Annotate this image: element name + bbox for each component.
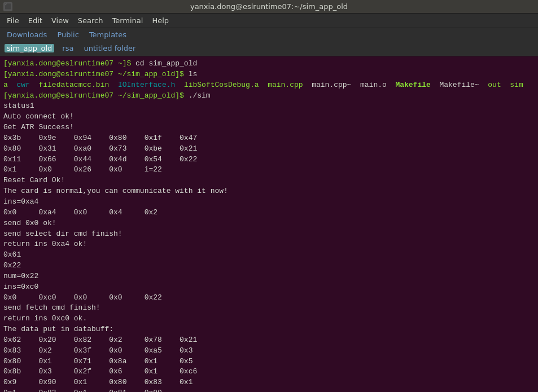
terminal-line: [yanxia.dong@eslruntime07 ~/sim_app_old]… bbox=[3, 91, 535, 102]
terminal-line: return ins 0xa4 ok! bbox=[3, 239, 535, 250]
terminal-line: send fetch cmd finish! bbox=[3, 303, 535, 314]
folder-public[interactable]: Public bbox=[55, 30, 81, 39]
terminal-line: 0x61 bbox=[3, 250, 535, 261]
title-bar: ⬛ yanxia.dong@eslruntime07:~/sim_app_old bbox=[0, 0, 538, 14]
menu-search[interactable]: Search bbox=[73, 15, 108, 26]
terminal-line: 0x8b 0x3 0x2f 0x6 0x1 0xc6 bbox=[3, 367, 535, 377]
terminal-line: Get ATR Success! bbox=[3, 122, 535, 133]
terminal-line: The data put in databuff: bbox=[3, 324, 535, 335]
terminal-line: 0x80 0x1 0x71 0x8a 0x1 0x5 bbox=[3, 356, 535, 367]
terminal-line: num=0x22 bbox=[3, 271, 535, 282]
terminal-line: 0x1 0x83 0x1 0x81 0x90 bbox=[3, 388, 535, 392]
terminal-output: [yanxia.dong@eslruntime07 ~]$ cd sim_app… bbox=[0, 56, 538, 392]
terminal-line: 0x80 0x31 0xa0 0x73 0xbe 0x21 bbox=[3, 144, 535, 155]
terminal-line: 0x83 0x2 0x3f 0x0 0xa5 0x3 bbox=[3, 346, 535, 356]
file-row-1: Downloads Public Templates bbox=[5, 30, 533, 39]
terminal-line: Reset Card Ok! bbox=[3, 175, 535, 186]
terminal-line: 0x11 0x66 0x44 0x4d 0x54 0x22 bbox=[3, 155, 535, 165]
ls-output: a cwr filedatacmcc.bin IOInterface.h lib… bbox=[3, 80, 535, 91]
terminal-line: send 0x0 ok! bbox=[3, 218, 535, 229]
terminal-line: [yanxia.dong@eslruntime07 ~/sim_app_old]… bbox=[3, 69, 535, 80]
menu-edit[interactable]: Edit bbox=[24, 15, 47, 26]
terminal-line: send select dir cmd finish! bbox=[3, 229, 535, 240]
terminal-line: 0x0 0xc0 0x0 0x0 0x22 bbox=[3, 293, 535, 303]
menu-bar: File Edit View Search Terminal Help bbox=[0, 14, 538, 28]
terminal-line: status1 bbox=[3, 101, 535, 112]
window-title: yanxia.dong@eslruntime07:~/sim_app_old bbox=[190, 2, 348, 11]
folder-rsa[interactable]: rsa bbox=[60, 44, 76, 52]
terminal-line: 0x3b 0x9e 0x94 0x80 0x1f 0x47 bbox=[3, 133, 535, 144]
menu-file[interactable]: File bbox=[2, 15, 24, 26]
terminal-line: return ins 0xc0 ok. bbox=[3, 314, 535, 324]
file-row-2: sim_app_old rsa untitled folder bbox=[5, 44, 533, 52]
terminal-line: ins=0xc0 bbox=[3, 282, 535, 293]
terminal-line: 0x1 0x0 0x26 0x0 i=22 bbox=[3, 165, 535, 175]
terminal-line: [yanxia.dong@eslruntime07 ~]$ cd sim_app… bbox=[3, 59, 535, 69]
terminal-line: 0x22 bbox=[3, 261, 535, 271]
folder-untitled[interactable]: untitled folder bbox=[81, 44, 138, 52]
terminal-line: 0x62 0x20 0x82 0x2 0x78 0x21 bbox=[3, 335, 535, 346]
menu-help[interactable]: Help bbox=[147, 15, 173, 26]
folder-downloads[interactable]: Downloads bbox=[5, 30, 49, 39]
terminal-line: 0x0 0xa4 0x0 0x4 0x2 bbox=[3, 208, 535, 218]
terminal-line: Auto connect ok! bbox=[3, 112, 535, 122]
folder-templates[interactable]: Templates bbox=[87, 30, 129, 39]
terminal-line: ins=0xa4 bbox=[3, 197, 535, 208]
menu-terminal[interactable]: Terminal bbox=[107, 15, 147, 26]
menu-view[interactable]: View bbox=[47, 15, 73, 26]
file-browser: Downloads Public Templates sim_app_old r… bbox=[0, 28, 538, 56]
terminal-line: 0x9 0x90 0x1 0x80 0x83 0x1 bbox=[3, 377, 535, 388]
terminal-icon: ⬛ bbox=[3, 2, 12, 11]
folder-sim-app-old[interactable]: sim_app_old bbox=[5, 44, 54, 52]
terminal-line: The card is normal,you can communicate w… bbox=[3, 186, 535, 197]
